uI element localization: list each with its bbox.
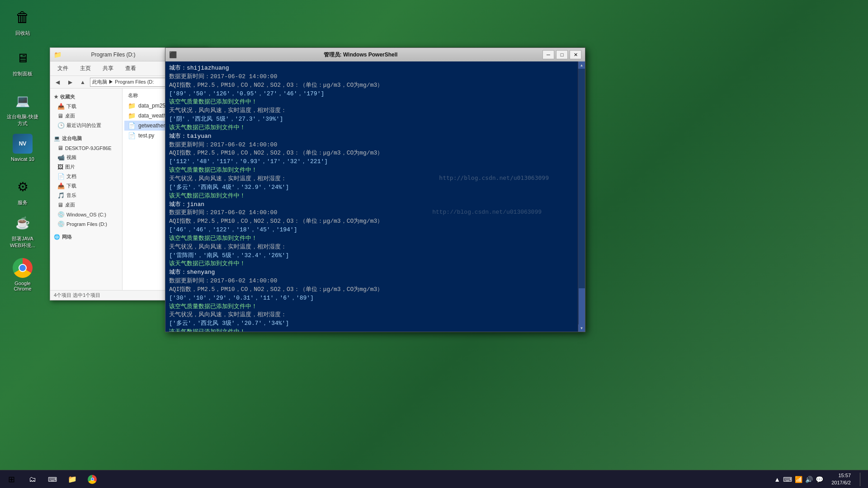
- desktop-icon-navicat[interactable]: NV Navicat 10: [5, 131, 41, 164]
- desktop-icon-control-panel[interactable]: 🖥 控制面板: [5, 45, 41, 79]
- sidebar-network-section: 🌐 网络: [50, 230, 122, 244]
- cdrive-icon: 💿: [57, 211, 65, 218]
- desktop-icon-label-control: 控制面板: [13, 70, 33, 77]
- tray-volume-icon[interactable]: 🔊: [805, 476, 813, 483]
- file-name-test: test.py: [138, 132, 154, 139]
- sidebar-network-header: 🌐 网络: [50, 232, 122, 242]
- chrome-taskbar-icon: [88, 475, 97, 484]
- computer-icon: 🖥: [57, 145, 63, 151]
- desktop-icon-chrome[interactable]: Google Chrome: [5, 255, 41, 293]
- sidebar-thispc-header: 💻 这台电脑: [50, 134, 122, 143]
- sidebar-item-music[interactable]: 🎵音乐: [50, 191, 122, 200]
- nav-forward-btn[interactable]: ▶: [65, 77, 75, 87]
- file-name-datpm25: data_pm25: [138, 103, 165, 109]
- desktop-icon-label-services: 服务: [18, 199, 28, 206]
- sidebar-item-desktop2[interactable]: 🖥桌面: [50, 200, 122, 210]
- tray-keyboard-icon[interactable]: ⌨: [783, 476, 792, 483]
- taskbar-items: 🗂 ⌨ 📁: [23, 470, 102, 488]
- desktop-icon-label-chrome: Google Chrome: [6, 281, 39, 291]
- folder-icon-datpm25: 📁: [128, 102, 136, 109]
- desktop-icon-label-navicat: Navicat 10: [11, 156, 34, 162]
- navicat-icon: NV: [12, 133, 33, 155]
- desktop-icon-label-java: 部署JAVA WEB环境...: [6, 235, 39, 249]
- control-panel-icon: 🖥: [12, 47, 33, 69]
- explorer-sidebar: ★ 收藏夹 📥下载 🖥桌面 🕒最近访问的位置 💻 这台电脑: [50, 89, 123, 290]
- show-desktop-btn[interactable]: [854, 470, 868, 488]
- recycle-bin-icon: 🗑: [12, 6, 33, 28]
- desktop-icon-label-pc: 这台电脑-快捷方式: [6, 113, 39, 127]
- desktop-icon-recycle[interactable]: 🗑 回收站: [5, 5, 41, 38]
- show-desktop-divider: [860, 473, 863, 486]
- sidebar-item-docs[interactable]: 📄文档: [50, 172, 122, 181]
- services-icon: ⚙: [12, 176, 33, 197]
- sidebar-item-ddrive[interactable]: 💿Program Files (D:): [50, 219, 122, 229]
- tray-network-icon[interactable]: 📶: [795, 476, 802, 483]
- py-icon-test: 📄: [128, 132, 136, 139]
- ps-window-title: 管理员: Windows PowerShell: [180, 51, 541, 59]
- powershell-window: ⬛ 管理员: Windows PowerShell ─ □ ✕ 城市：shiji…: [165, 47, 585, 332]
- sidebar-item-cdrive[interactable]: 💿Windows_OS (C:): [50, 210, 122, 219]
- explorer-taskbar-icon: 📁: [68, 475, 77, 483]
- java-icon: ☕: [12, 212, 33, 234]
- sidebar-item-desktop[interactable]: 🖥桌面: [50, 111, 122, 121]
- desktop2-icon: 🖥: [57, 202, 63, 208]
- taskbar-tray: ▲ ⌨ 📶 🔊 💬: [769, 476, 828, 483]
- powershell-taskbar-icon: ⌨: [48, 476, 57, 483]
- this-pc-icon: 💻: [12, 90, 33, 112]
- tray-msg-icon[interactable]: 💬: [816, 476, 823, 483]
- ddrive-icon: 💿: [57, 221, 65, 227]
- taskbar-taskview-btn[interactable]: 🗂: [23, 470, 42, 488]
- start-icon: ⊞: [8, 474, 15, 484]
- sidebar-favorites-header: ★ 收藏夹: [50, 92, 122, 102]
- sidebar-item-dl[interactable]: 📥下载: [50, 181, 122, 191]
- explorer-tab-view[interactable]: 查看: [120, 63, 142, 74]
- ps-titlebar: ⬛ 管理员: Windows PowerShell ─ □ ✕: [165, 48, 585, 61]
- sidebar-item-recent[interactable]: 🕒最近访问的位置: [50, 121, 122, 130]
- taskbar-time-display: 15:57: [838, 472, 851, 479]
- ps-content[interactable]: 城市：shijiazhuang 数据更新时间：2017-06-02 14:00:…: [165, 61, 578, 332]
- ps-maximize-btn[interactable]: □: [556, 50, 568, 59]
- desktop-icon-label-recycle: 回收站: [15, 30, 30, 37]
- ps-scrollbar[interactable]: ▲ ▼: [578, 61, 585, 332]
- taskview-icon: 🗂: [29, 475, 36, 483]
- explorer-tab-home[interactable]: 主页: [75, 63, 96, 74]
- taskbar-powershell-btn[interactable]: ⌨: [42, 470, 62, 488]
- sidebar-item-computer[interactable]: 🖥DESKTOP-9JGF86E: [50, 143, 122, 153]
- desktop-icon-java[interactable]: ☕ 部署JAVA WEB环境...: [5, 210, 41, 251]
- sidebar-item-downloads[interactable]: 📥下载: [50, 102, 122, 111]
- explorer-window-title: Program Files (D:): [63, 52, 163, 58]
- nav-up-btn[interactable]: ▲: [77, 77, 88, 87]
- network-icon: 🌐: [54, 234, 60, 240]
- docs-icon: 📄: [57, 173, 65, 180]
- chrome-icon: [12, 257, 33, 279]
- nav-back-btn[interactable]: ◀: [52, 77, 63, 87]
- ps-scroll-up[interactable]: ▲: [578, 61, 585, 69]
- folder-icon-dataweather: 📁: [128, 112, 136, 119]
- recent-icon: 🕒: [57, 122, 65, 129]
- sidebar-item-video[interactable]: 📹视频: [50, 153, 122, 162]
- desktop-folder-icon: 🖥: [57, 113, 63, 119]
- ps-minimize-btn[interactable]: ─: [542, 50, 554, 59]
- explorer-tab-share[interactable]: 共享: [97, 63, 119, 74]
- desktop-icon-this-pc[interactable]: 💻 这台电脑-快捷方式: [5, 88, 41, 129]
- taskbar-chrome-btn[interactable]: [82, 470, 102, 488]
- sidebar-thispc-section: 💻 这台电脑 🖥DESKTOP-9JGF86E 📹视频 🖼图片 📄文档: [50, 132, 122, 230]
- ps-window-icon: ⬛: [169, 51, 177, 58]
- start-button[interactable]: ⊞: [0, 470, 23, 488]
- taskbar-clock[interactable]: 15:57 2017/6/2: [828, 472, 854, 486]
- explorer-title-icon: 📁: [54, 51, 61, 58]
- ps-main-area: 城市：shijiazhuang 数据更新时间：2017-06-02 14:00:…: [165, 61, 585, 332]
- ps-close-btn[interactable]: ✕: [570, 50, 581, 59]
- music-icon: 🎵: [57, 192, 65, 199]
- explorer-tab-file[interactable]: 文件: [52, 63, 74, 74]
- downloads-icon: 📥: [57, 103, 65, 110]
- taskbar-explorer-btn[interactable]: 📁: [62, 470, 82, 488]
- pictures-icon: 🖼: [57, 164, 63, 170]
- desktop-icon-services[interactable]: ⚙ 服务: [5, 174, 41, 208]
- tray-arrow-icon[interactable]: ▲: [774, 476, 780, 483]
- ps-scroll-down[interactable]: ▼: [578, 324, 585, 332]
- ps-scroll-thumb[interactable]: [579, 288, 585, 324]
- taskbar: ⊞ 🗂 ⌨ 📁 ▲ ⌨ 📶 🔊 💬: [0, 470, 868, 488]
- sidebar-item-pictures[interactable]: 🖼图片: [50, 162, 122, 172]
- dl-icon: 📥: [57, 183, 65, 189]
